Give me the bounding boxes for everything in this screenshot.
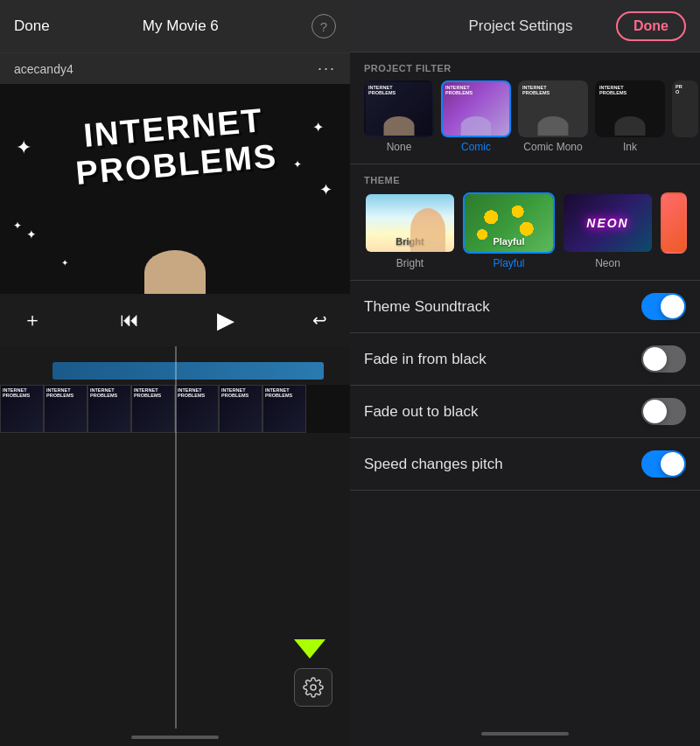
filter-label-comic-mono: Comic Mono xyxy=(523,141,582,153)
undo-icon: ↩ xyxy=(312,310,327,330)
theme-soundtrack-toggle[interactable] xyxy=(641,293,686,320)
gear-icon xyxy=(303,677,324,698)
filmstrip-frame: INTERNETPROBLEMS xyxy=(88,385,131,433)
play-icon: ▶ xyxy=(217,307,234,333)
theme-label-bright: Bright xyxy=(396,257,424,269)
fade-in-toggle[interactable] xyxy=(641,345,686,373)
left-header: Done My Movie 6 ? xyxy=(0,0,350,52)
filter-label-comic: Comic xyxy=(461,141,491,153)
sub-header: acecandy4 ··· xyxy=(0,52,350,84)
theme-thumb-neon: NEON xyxy=(562,192,654,254)
fade-in-label: Fade in from black xyxy=(364,351,486,368)
settings-row-speed-pitch: Speed changes pitch xyxy=(350,438,700,491)
filter-item-none[interactable]: INTERNETPROBLEMS None xyxy=(364,80,434,153)
theme-scroll: Bright Bright Playful Playful NEON xyxy=(350,192,700,280)
settings-arrow-indicator xyxy=(294,639,326,659)
filter-scroll: INTERNETPROBLEMS None INTERNETPROBLEMS C… xyxy=(350,80,700,164)
filter-item-comic-mono[interactable]: INTERNETPROBLEMS Comic Mono xyxy=(518,80,588,153)
filter-thumb-ink: INTERNETPROBLEMS xyxy=(595,80,665,137)
filmstrip-frame: INTERNETPROBLEMS xyxy=(0,385,44,433)
theme-playful-overlay-text: Playful xyxy=(465,236,553,247)
timeline-area[interactable]: INTERNETPROBLEMS INTERNETPROBLEMS INTERN… xyxy=(0,346,350,729)
help-button[interactable]: ? xyxy=(312,14,336,38)
theme-thumb-playful: Playful xyxy=(463,192,555,254)
filmstrip-frame: INTERNETPROBLEMS xyxy=(262,385,306,433)
project-filter-label: PROJECT FILTER xyxy=(350,52,700,80)
toggle-knob xyxy=(661,295,684,318)
audio-track[interactable] xyxy=(52,362,324,380)
filter-thumb-comic: INTERNETPROBLEMS xyxy=(441,80,511,137)
theme-section-label: THEME xyxy=(350,164,700,192)
username-label: acecandy4 xyxy=(14,62,74,76)
left-panel: Done My Movie 6 ? acecandy4 ··· INTERNET… xyxy=(0,0,350,746)
controls-bar: ＋ ⏮ ▶ ↩ xyxy=(0,294,350,346)
project-settings-title: Project Settings xyxy=(468,17,572,35)
settings-row-theme-soundtrack: Theme Soundtrack xyxy=(350,281,700,333)
fade-out-label: Fade out to black xyxy=(364,403,478,421)
theme-item-neon[interactable]: NEON Neon xyxy=(562,192,654,269)
svg-point-0 xyxy=(311,685,316,690)
rewind-button[interactable]: ⏮ xyxy=(115,303,144,337)
theme-section: THEME Bright Bright Playful Playful xyxy=(350,164,700,280)
home-bar-right xyxy=(481,732,569,736)
filter-label-ink: Ink xyxy=(623,141,637,153)
arrow-down-icon xyxy=(294,639,326,659)
toggle-knob xyxy=(661,452,684,476)
play-button[interactable]: ▶ xyxy=(212,302,240,339)
right-header: Project Settings Done xyxy=(350,0,700,52)
undo-button[interactable]: ↩ xyxy=(307,303,332,337)
settings-icon-button[interactable] xyxy=(294,668,332,707)
plus-icon: ＋ xyxy=(23,309,42,331)
speed-pitch-toggle[interactable] xyxy=(641,450,686,478)
filmstrip-frame: INTERNETPROBLEMS xyxy=(44,385,88,433)
done-button-right[interactable]: Done xyxy=(616,11,686,41)
theme-label-playful: Playful xyxy=(493,257,524,269)
fade-out-toggle[interactable] xyxy=(641,398,686,425)
neon-overlay-text: NEON xyxy=(586,216,628,230)
timeline-cursor xyxy=(175,346,177,729)
settings-row-fade-out: Fade out to black xyxy=(350,386,700,438)
right-panel: Project Settings Done PROJECT FILTER INT… xyxy=(350,0,700,746)
done-button-left[interactable]: Done xyxy=(14,17,50,35)
toggle-knob xyxy=(643,400,667,423)
home-indicator-right xyxy=(350,729,700,746)
theme-item-playful[interactable]: Playful Playful xyxy=(463,192,555,269)
filter-item-ink[interactable]: INTERNETPROBLEMS Ink xyxy=(595,80,665,153)
theme-thumb-bright: Bright xyxy=(364,192,456,254)
project-filter-section: PROJECT FILTER INTERNETPROBLEMS None INT… xyxy=(350,52,700,164)
filter-item-next[interactable]: PRO xyxy=(672,80,698,153)
filmstrip-frame: INTERNETPROBLEMS xyxy=(219,385,262,433)
theme-item-bright[interactable]: Bright Bright xyxy=(364,192,456,269)
theme-soundtrack-label: Theme Soundtrack xyxy=(364,298,490,316)
video-preview: INTERNETPROBLEMS ✦ ✦ ✦ ✦ ✦ ✦ ✦ xyxy=(0,84,350,294)
toggle-knob xyxy=(643,347,667,371)
filter-item-comic[interactable]: INTERNETPROBLEMS Comic xyxy=(441,80,511,153)
theme-item-extra[interactable] xyxy=(661,192,687,269)
add-clip-button[interactable]: ＋ xyxy=(18,302,47,338)
rewind-icon: ⏮ xyxy=(120,309,139,331)
face-preview xyxy=(144,250,206,294)
filmstrip-frame: INTERNETPROBLEMS xyxy=(175,385,219,433)
filter-thumb-none: INTERNETPROBLEMS xyxy=(364,80,434,137)
speed-pitch-label: Speed changes pitch xyxy=(364,456,503,473)
filter-label-none: None xyxy=(387,141,412,153)
theme-label-neon: Neon xyxy=(595,257,620,269)
movie-title: My Movie 6 xyxy=(143,17,219,35)
settings-row-fade-in: Fade in from black xyxy=(350,333,700,386)
video-title-text: INTERNETPROBLEMS xyxy=(15,96,335,197)
filmstrip-frame: INTERNETPROBLEMS xyxy=(131,385,175,433)
home-indicator-left xyxy=(0,729,350,746)
settings-list: Theme Soundtrack Fade in from black Fade… xyxy=(350,281,700,491)
theme-thumb-extra xyxy=(661,192,687,254)
person-silhouette xyxy=(410,208,445,252)
more-options-button[interactable]: ··· xyxy=(318,59,336,78)
home-bar-left xyxy=(131,736,219,739)
filter-thumb-comic-mono: INTERNETPROBLEMS xyxy=(518,80,588,137)
